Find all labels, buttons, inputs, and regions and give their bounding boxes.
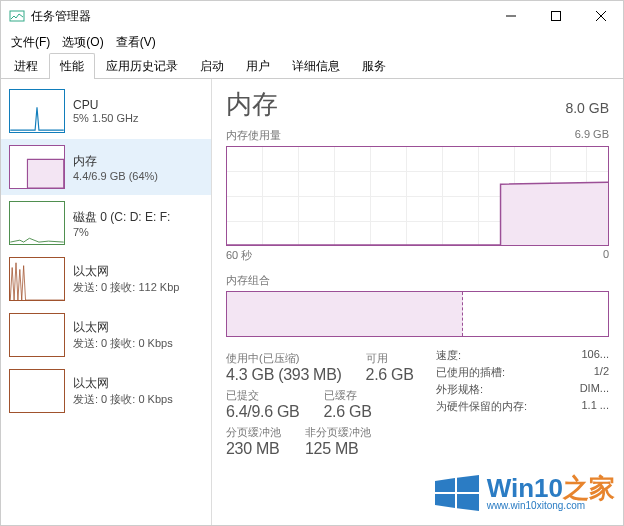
menu-file[interactable]: 文件(F) [5, 32, 56, 53]
chart-usage-max: 6.9 GB [575, 128, 609, 143]
app-icon [9, 8, 25, 24]
memory-usage-chart [226, 146, 609, 246]
sidebar-item-ethernet-2[interactable]: 以太网 发送: 0 接收: 0 Kbps [1, 307, 211, 363]
watermark-url: www.win10xitong.com [487, 501, 615, 511]
sidebar-item-sub: 7% [73, 226, 203, 238]
cpu-thumb-icon [9, 89, 65, 133]
tab-processes[interactable]: 进程 [3, 53, 49, 79]
titlebar: 任务管理器 [1, 1, 623, 31]
sidebar-item-sub: 发送: 0 接收: 0 Kbps [73, 336, 203, 351]
sidebar-item-label: 磁盘 0 (C: D: E: F: [73, 209, 203, 226]
hwreserved-value: 1.1 ... [581, 399, 609, 414]
committed-value: 6.4/9.6 GB [226, 403, 300, 421]
nonpaged-label: 非分页缓冲池 [305, 425, 371, 440]
speed-value: 106... [581, 348, 609, 363]
committed-label: 已提交 [226, 388, 300, 403]
sidebar-item-sub: 5% 1.50 GHz [73, 112, 203, 124]
ethernet-thumb-icon [9, 257, 65, 301]
inuse-label: 使用中(已压缩) [226, 351, 342, 366]
sidebar-item-label: 以太网 [73, 319, 203, 336]
tab-startup[interactable]: 启动 [189, 53, 235, 79]
sidebar-item-disk[interactable]: 磁盘 0 (C: D: E: F: 7% [1, 195, 211, 251]
menu-options[interactable]: 选项(O) [56, 32, 109, 53]
available-value: 2.6 GB [366, 366, 414, 384]
sidebar-item-ethernet-1[interactable]: 以太网 发送: 0 接收: 112 Kbp [1, 251, 211, 307]
tab-performance[interactable]: 性能 [49, 53, 95, 79]
watermark-text: Win10之家 [487, 475, 615, 501]
ethernet-thumb-icon [9, 369, 65, 413]
speed-label: 速度: [436, 348, 461, 363]
page-title: 内存 [226, 87, 278, 122]
sidebar-item-sub: 发送: 0 接收: 112 Kbp [73, 280, 203, 295]
hwreserved-label: 为硬件保留的内存: [436, 399, 527, 414]
total-memory: 8.0 GB [565, 100, 609, 116]
nonpaged-value: 125 MB [305, 440, 371, 458]
menu-view[interactable]: 查看(V) [110, 32, 162, 53]
chart-x-left: 60 秒 [226, 248, 252, 263]
paged-label: 分页缓冲池 [226, 425, 281, 440]
sidebar-item-label: 以太网 [73, 263, 203, 280]
sidebar-item-label: CPU [73, 98, 203, 112]
close-button[interactable] [578, 1, 623, 31]
sidebar: CPU 5% 1.50 GHz 内存 4.4/6.9 GB (64%) 磁盘 0… [1, 79, 211, 525]
form-label: 外形规格: [436, 382, 483, 397]
sidebar-item-label: 以太网 [73, 375, 203, 392]
sidebar-item-cpu[interactable]: CPU 5% 1.50 GHz [1, 83, 211, 139]
tab-services[interactable]: 服务 [351, 53, 397, 79]
ethernet-thumb-icon [9, 313, 65, 357]
chart-x-right: 0 [603, 248, 609, 263]
composition-label: 内存组合 [226, 273, 609, 288]
cached-value: 2.6 GB [324, 403, 372, 421]
paged-value: 230 MB [226, 440, 281, 458]
svg-rect-2 [551, 12, 560, 21]
minimize-button[interactable] [488, 1, 533, 31]
maximize-button[interactable] [533, 1, 578, 31]
sidebar-item-sub: 4.4/6.9 GB (64%) [73, 170, 203, 182]
available-label: 可用 [366, 351, 414, 366]
sidebar-item-memory[interactable]: 内存 4.4/6.9 GB (64%) [1, 139, 211, 195]
sidebar-item-sub: 发送: 0 接收: 0 Kbps [73, 392, 203, 407]
cached-label: 已缓存 [324, 388, 372, 403]
tab-app-history[interactable]: 应用历史记录 [95, 53, 189, 79]
watermark: Win10之家 www.win10xitong.com [433, 469, 615, 517]
tab-details[interactable]: 详细信息 [281, 53, 351, 79]
chart-usage-label: 内存使用量 [226, 128, 281, 143]
inuse-value: 4.3 GB (393 MB) [226, 366, 342, 384]
main-panel: 内存 8.0 GB 内存使用量 6.9 GB 60 秒 0 内存组合 [212, 79, 623, 525]
tab-users[interactable]: 用户 [235, 53, 281, 79]
windows-logo-icon [433, 469, 481, 517]
sidebar-item-ethernet-3[interactable]: 以太网 发送: 0 接收: 0 Kbps [1, 363, 211, 419]
disk-thumb-icon [9, 201, 65, 245]
memory-thumb-icon [9, 145, 65, 189]
sidebar-item-label: 内存 [73, 153, 203, 170]
slots-value: 1/2 [594, 365, 609, 380]
form-value: DIM... [580, 382, 609, 397]
tabs: 进程 性能 应用历史记录 启动 用户 详细信息 服务 [1, 53, 623, 79]
window-title: 任务管理器 [31, 8, 488, 25]
memory-composition-chart [226, 291, 609, 337]
menubar: 文件(F) 选项(O) 查看(V) [1, 31, 623, 53]
slots-label: 已使用的插槽: [436, 365, 505, 380]
